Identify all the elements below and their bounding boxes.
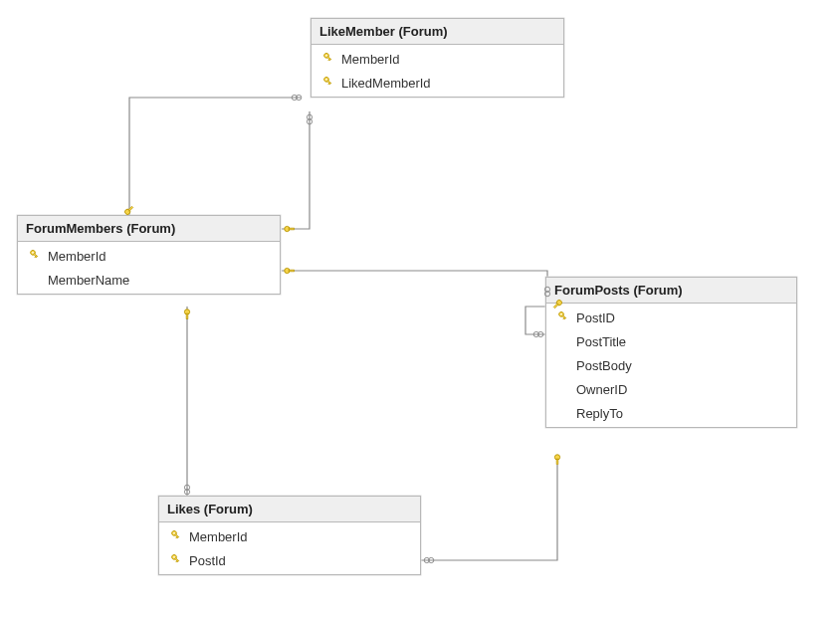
table-row[interactable]: MemberId [312, 47, 563, 71]
svg-rect-25 [128, 206, 133, 211]
column-name: OwnerID [576, 382, 790, 397]
table-row[interactable]: PostId [159, 548, 420, 572]
relationship-many-icon [290, 91, 304, 104]
table-likemember[interactable]: LikeMember (Forum) MemberId LikedMemberI… [311, 18, 564, 98]
column-name: ReplyTo [576, 406, 790, 421]
svg-point-38 [184, 485, 189, 490]
table-row[interactable]: MemberName [18, 268, 280, 292]
column-name: PostID [576, 310, 790, 325]
diagram-canvas[interactable]: LikeMember (Forum) MemberId LikedMemberI… [0, 0, 840, 618]
svg-point-36 [184, 309, 189, 314]
svg-rect-41 [556, 459, 558, 464]
table-body: MemberId LikedMemberId [312, 45, 563, 97]
svg-point-46 [533, 331, 538, 336]
relationship-many-icon [180, 483, 194, 497]
table-title: ForumPosts (Forum) [554, 283, 683, 298]
svg-point-43 [429, 557, 434, 562]
table-row[interactable]: PostID [546, 306, 796, 329]
table-row[interactable]: PostBody [546, 353, 796, 377]
table-body: MemberId PostId [159, 522, 420, 574]
svg-point-27 [297, 95, 302, 100]
svg-rect-29 [289, 228, 294, 230]
table-row[interactable]: PostTitle [546, 329, 796, 353]
column-name: MemberId [189, 529, 414, 544]
table-title: LikeMember (Forum) [319, 24, 448, 39]
table-title: Likes (Forum) [167, 502, 253, 516]
table-row[interactable]: ReplyTo [546, 401, 796, 425]
primary-key-icon [165, 554, 183, 566]
table-body: MemberId MemberName [18, 242, 280, 294]
relationship-key-icon [283, 222, 297, 236]
svg-point-30 [307, 114, 312, 119]
relationship-key-icon [180, 308, 194, 321]
primary-key-icon [552, 311, 570, 323]
table-body: PostID PostTitle PostBody OwnerID ReplyT… [546, 304, 796, 427]
table-likes[interactable]: Likes (Forum) MemberId PostId [158, 496, 421, 575]
table-forumposts[interactable]: ForumPosts (Forum) PostID PostTitle Post… [545, 277, 797, 428]
column-name: MemberId [48, 249, 274, 264]
svg-point-32 [285, 268, 290, 273]
table-header: Likes (Forum) [159, 497, 420, 522]
column-name: PostBody [576, 358, 790, 373]
svg-point-28 [285, 226, 290, 231]
relationship-many-icon [531, 327, 545, 341]
table-title: ForumMembers (Forum) [26, 221, 175, 236]
svg-point-47 [538, 331, 543, 336]
table-header: ForumMembers (Forum) [18, 216, 280, 242]
relationship-key-icon [550, 453, 564, 467]
svg-point-31 [307, 119, 312, 124]
primary-key-icon [317, 77, 335, 89]
svg-point-42 [424, 557, 429, 562]
svg-rect-37 [186, 313, 188, 318]
table-header: LikeMember (Forum) [312, 19, 563, 45]
svg-point-40 [554, 455, 559, 460]
table-forummembers[interactable]: ForumMembers (Forum) MemberId MemberName [17, 215, 281, 295]
table-row[interactable]: MemberId [18, 244, 280, 268]
table-header: ForumPosts (Forum) [546, 278, 796, 304]
column-name: MemberName [48, 273, 274, 288]
svg-point-26 [292, 95, 297, 100]
primary-key-icon [317, 53, 335, 65]
column-name: PostTitle [576, 334, 790, 349]
primary-key-icon [24, 250, 42, 262]
table-row[interactable]: LikedMemberId [312, 71, 563, 95]
primary-key-icon [165, 530, 183, 542]
relationship-many-icon [422, 553, 436, 567]
svg-point-39 [184, 490, 189, 495]
table-row[interactable]: OwnerID [546, 377, 796, 401]
column-name: PostId [189, 553, 414, 568]
relationship-many-icon [303, 112, 316, 126]
column-name: MemberId [341, 52, 557, 67]
svg-rect-33 [289, 270, 294, 272]
table-row[interactable]: MemberId [159, 524, 420, 548]
column-name: LikedMemberId [341, 76, 557, 91]
relationship-key-icon [283, 264, 297, 278]
